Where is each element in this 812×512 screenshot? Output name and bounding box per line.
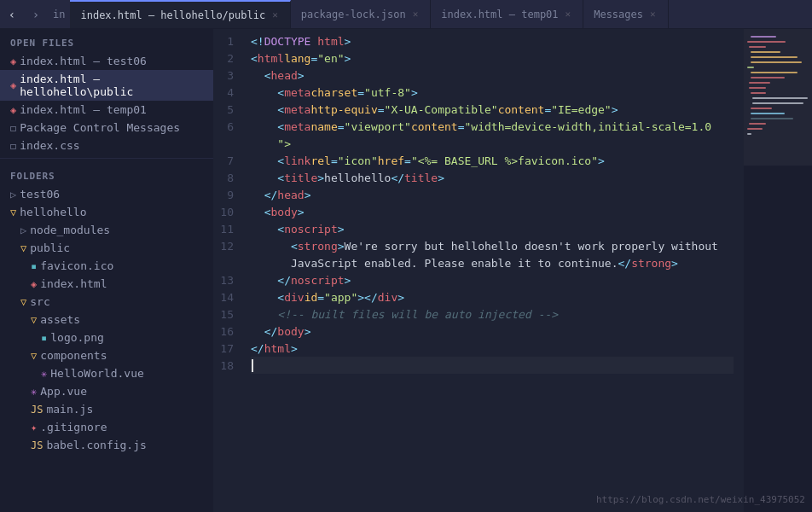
tab-nav-forward[interactable]: › <box>24 0 48 29</box>
vue-icon: ✳ <box>31 386 37 398</box>
line-num-7: 7 <box>213 152 242 169</box>
tab-bar: ‹ › in index.html — hellohello/public ✕ … <box>0 0 812 29</box>
sidebar-file-label: index.html — temp01 <box>20 103 147 116</box>
code-line-13: </noscript> <box>251 271 734 288</box>
folder-name: components <box>40 349 107 362</box>
sidebar-file-babel-config[interactable]: JS babel.config.js <box>0 436 213 454</box>
code-line-8: <title>hellohello</title> <box>251 169 734 186</box>
line-num-13: 13 <box>213 271 242 288</box>
file-name: .gitignore <box>40 421 107 433</box>
line-num-11: 11 <box>213 220 242 237</box>
html-icon: ◈ <box>31 278 37 290</box>
line-num-17: 17 <box>213 340 242 357</box>
tab-label: index.html — temp01 <box>441 9 558 20</box>
folder-open-icon: ▽ <box>20 296 26 308</box>
tab-label: package-lock.json <box>301 9 406 20</box>
sidebar-folder-hellohello[interactable]: ▽ hellohello <box>0 203 213 221</box>
sidebar-file-label: Package Control Messages <box>20 121 180 134</box>
sidebar-file-index-hellohello[interactable]: ◈ index.html — hellohello\public <box>0 70 213 101</box>
code-line-14: <div id="app"></div> <box>251 288 734 305</box>
file-name: index.html <box>40 277 107 290</box>
folder-name: public <box>30 241 70 254</box>
folder-name: test06 <box>20 188 60 201</box>
line-num-9: 9 <box>213 186 242 203</box>
sidebar-divider <box>0 158 213 159</box>
sidebar-folder-assets[interactable]: ▽ assets <box>0 311 213 329</box>
folder-name: src <box>30 295 49 308</box>
sidebar-file-favicon[interactable]: ▪ favicon.ico <box>0 257 213 275</box>
folder-open-icon: ▽ <box>31 350 37 362</box>
tab-package-lock[interactable]: package-lock.json ✕ <box>291 0 431 28</box>
code-line-15: <!-- built files will be auto injected -… <box>251 305 734 323</box>
code-line-18 <box>251 357 734 374</box>
line-num-18: 18 <box>213 357 242 374</box>
tab-nav-back[interactable]: ‹ <box>0 0 24 29</box>
folder-name: hellohello <box>20 206 86 218</box>
sidebar-folder-node-modules[interactable]: ▷ node_modules <box>0 221 213 239</box>
sidebar-file-index-css[interactable]: ◻ index.css <box>0 137 213 154</box>
tab-close-0[interactable]: ✕ <box>270 9 280 21</box>
line-num-6: 6 <box>213 118 242 135</box>
html-icon: ◈ <box>10 55 16 67</box>
line-numbers: 1 2 3 4 5 6 7 8 9 10 11 12 13 14 15 <box>213 32 251 374</box>
sidebar-folder-src[interactable]: ▽ src <box>0 293 213 311</box>
code-line-6a: <meta name="viewport" content="width=dev… <box>251 118 734 135</box>
file-name: HelloWorld.vue <box>50 367 144 380</box>
code-line-5: <meta http-equiv="X-UA-Compatible" conte… <box>251 101 734 118</box>
folders-header: FOLDERS <box>0 162 213 185</box>
editor[interactable]: 1 2 3 4 5 6 7 8 9 10 11 12 13 14 15 <box>213 29 812 512</box>
sidebar-file-logo[interactable]: ▪ logo.png <box>0 329 213 346</box>
tab-index-hellohello[interactable]: index.html — hellohello/public ✕ <box>70 0 290 28</box>
line-num-14: 14 <box>213 288 242 305</box>
sidebar-file-index-html[interactable]: ◈ index.html <box>0 275 213 293</box>
line-num-1: 1 <box>213 32 242 49</box>
line-num-4: 4 <box>213 84 242 101</box>
tab-messages[interactable]: Messages ✕ <box>583 0 668 28</box>
tab-close-1[interactable]: ✕ <box>411 8 420 20</box>
line-num-2: 2 <box>213 49 242 67</box>
sidebar-folder-public[interactable]: ▽ public <box>0 239 213 257</box>
code-line-3: <head> <box>251 67 734 84</box>
tab-label: Messages <box>594 9 643 20</box>
code-line-12b: JavaScript enabled. Please enable it to … <box>251 254 734 271</box>
vue-icon: ✳ <box>41 368 47 380</box>
line-num-6b <box>213 135 242 152</box>
sidebar-folder-test06[interactable]: ▷ test06 <box>0 185 213 203</box>
file-name: logo.png <box>50 331 104 344</box>
js-icon: JS <box>31 404 43 416</box>
code-line-16: </body> <box>251 323 734 340</box>
code-line-7: <link rel="icon" href="<%= BASE_URL %>fa… <box>251 152 734 169</box>
sidebar-file-messages[interactable]: ◻ Package Control Messages <box>0 119 213 137</box>
tab-index-temp01[interactable]: index.html — temp01 ✕ <box>431 0 583 28</box>
code-lines: <!DOCTYPE html> <html lang="en"> <head> … <box>251 32 744 374</box>
tab-close-2[interactable]: ✕ <box>564 8 573 20</box>
code-line-10: <body> <box>251 203 734 220</box>
file-name: main.js <box>46 403 93 416</box>
sidebar-file-main-js[interactable]: JS main.js <box>0 400 213 418</box>
line-num-10: 10 <box>213 203 242 220</box>
folder-open-icon: ▽ <box>20 242 26 254</box>
sidebar: OPEN FILES ◈ index.html — test06 ◈ index… <box>0 29 213 512</box>
sidebar-file-label: index.html — hellohello\public <box>20 73 203 98</box>
code-line-4: <meta charset="utf-8"> <box>251 84 734 101</box>
sidebar-file-index-temp01[interactable]: ◈ index.html — temp01 <box>0 101 213 119</box>
minimap <box>744 29 812 512</box>
tabs-container: index.html — hellohello/public ✕ package… <box>70 0 812 28</box>
sidebar-file-gitignore[interactable]: ✦ .gitignore <box>0 418 213 436</box>
sidebar-folder-components[interactable]: ▽ components <box>0 346 213 364</box>
html-icon: ◈ <box>10 104 16 116</box>
sidebar-file-app-vue[interactable]: ✳ App.vue <box>0 382 213 400</box>
tab-label: index.html — hellohello/public <box>80 9 265 21</box>
sidebar-file-index-test06[interactable]: ◈ index.html — test06 <box>0 52 213 70</box>
image-icon: ▪ <box>31 260 37 272</box>
sidebar-file-helloworld[interactable]: ✳ HelloWorld.vue <box>0 364 213 382</box>
html-icon: ◈ <box>10 79 16 91</box>
code-line-2: <html lang="en"> <box>251 49 734 67</box>
file-name: babel.config.js <box>46 439 146 451</box>
code-area: 1 2 3 4 5 6 7 8 9 10 11 12 13 14 15 <box>213 29 744 512</box>
tab-close-3[interactable]: ✕ <box>648 8 658 20</box>
code-line-11: <noscript> <box>251 220 734 237</box>
code-container: 1 2 3 4 5 6 7 8 9 10 11 12 13 14 15 <box>213 29 744 377</box>
folder-open-icon: ▽ <box>10 207 16 218</box>
main-layout: OPEN FILES ◈ index.html — test06 ◈ index… <box>0 29 812 512</box>
